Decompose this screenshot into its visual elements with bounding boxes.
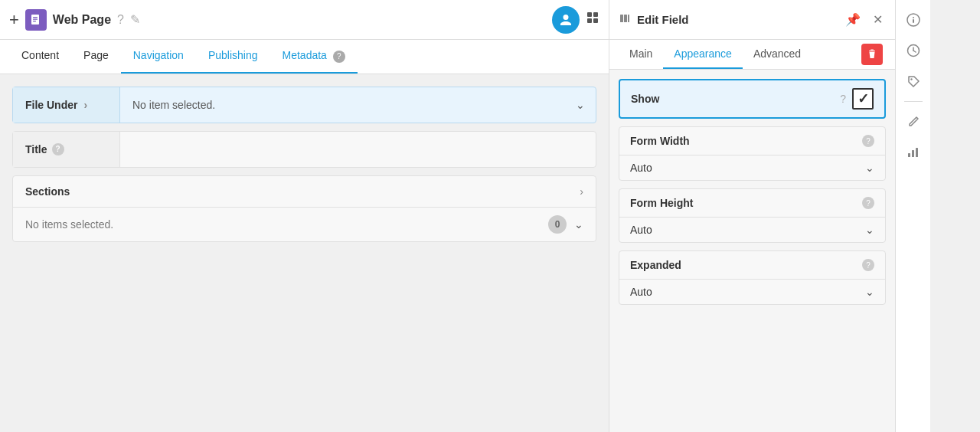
svg-rect-4	[587, 12, 592, 17]
delete-button[interactable]	[861, 44, 883, 65]
expanded-arrow-icon: ⌄	[865, 286, 874, 298]
file-under-dropdown-button[interactable]: ⌄	[565, 99, 596, 111]
far-right-panel	[895, 0, 930, 432]
content-area: File Under › No item selected. ⌄ Title ?…	[0, 74, 609, 433]
show-help-icon[interactable]: ?	[840, 93, 846, 105]
svg-rect-1	[33, 17, 38, 18]
file-under-chevron-icon: ›	[83, 99, 87, 111]
expanded-title: Expanded	[630, 259, 681, 271]
expanded-block: Expanded ? Auto ⌄	[619, 250, 886, 305]
main-tabs: Content Page Navigation Publishing Metad…	[0, 40, 609, 74]
show-label: Show	[631, 93, 834, 105]
form-width-title: Form Width	[630, 135, 690, 147]
form-width-value: Auto	[630, 162, 859, 174]
form-width-select[interactable]: Auto ⌄	[619, 155, 885, 180]
title-text: Title	[25, 143, 47, 155]
expanded-header: Expanded ?	[619, 251, 885, 280]
form-width-header: Form Width ?	[619, 127, 885, 155]
svg-rect-20	[908, 153, 910, 157]
tab-content[interactable]: Content	[9, 40, 71, 74]
title-help-icon[interactable]: ?	[52, 143, 64, 155]
tab-publishing[interactable]: Publishing	[196, 40, 270, 74]
expanded-value: Auto	[630, 286, 859, 298]
edit-field-panel: Edit Field 📌 ✕ Main Appearance Advanced …	[609, 0, 895, 432]
svg-rect-9	[624, 15, 627, 22]
edit-field-header: Edit Field 📌 ✕	[609, 0, 895, 40]
svg-rect-7	[593, 18, 598, 23]
tab-main[interactable]: Main	[619, 40, 663, 69]
svg-rect-11	[869, 51, 875, 51]
clock-icon[interactable]	[900, 37, 927, 64]
svg-rect-8	[620, 15, 623, 22]
expanded-help-icon[interactable]: ?	[862, 259, 874, 271]
tab-metadata[interactable]: Metadata ?	[270, 40, 358, 74]
sections-chevron-icon[interactable]: ›	[580, 185, 583, 198]
file-under-label: File Under ›	[13, 87, 120, 123]
form-height-select[interactable]: Auto ⌄	[619, 218, 885, 242]
file-under-row: File Under › No item selected. ⌄	[12, 87, 596, 123]
edit-field-title: Edit Field	[637, 13, 836, 26]
show-row: Show ? ✓	[619, 79, 886, 119]
svg-point-19	[910, 78, 912, 80]
svg-rect-22	[916, 148, 918, 157]
edit-field-tabs: Main Appearance Advanced	[609, 40, 895, 70]
title-label: Title ?	[13, 132, 120, 167]
help-icon[interactable]: ?	[117, 13, 124, 27]
top-bar: + Web Page ? ✎	[0, 0, 609, 40]
edit-icon[interactable]: ✎	[130, 12, 140, 27]
svg-rect-12	[871, 50, 874, 51]
file-under-text: File Under	[25, 99, 77, 111]
page-icon	[25, 9, 47, 31]
sections-block: Sections › No items selected. 0 ⌄	[12, 175, 596, 242]
svg-rect-21	[912, 150, 914, 157]
show-checkbox[interactable]: ✓	[852, 88, 874, 110]
file-under-value: No item selected.	[120, 99, 565, 111]
tab-appearance[interactable]: Appearance	[663, 40, 743, 69]
title-input[interactable]	[120, 143, 596, 155]
chart-icon[interactable]	[900, 139, 927, 166]
form-height-value: Auto	[630, 224, 859, 236]
grid-icon[interactable]	[586, 11, 599, 28]
svg-rect-10	[628, 15, 629, 22]
tab-advanced[interactable]: Advanced	[743, 40, 812, 69]
sections-dropdown-button[interactable]: ⌄	[574, 218, 583, 231]
edit-field-header-icon	[619, 12, 631, 28]
form-height-help-icon[interactable]: ?	[862, 197, 874, 209]
tab-page[interactable]: Page	[71, 40, 121, 74]
form-height-title: Form Height	[630, 197, 693, 209]
form-height-block: Form Height ? Auto ⌄	[619, 188, 886, 243]
sections-count-badge: 0	[548, 215, 567, 234]
info-icon[interactable]	[900, 6, 927, 34]
icon-divider	[904, 101, 923, 102]
tag-icon[interactable]	[900, 67, 927, 95]
form-height-header: Form Height ?	[619, 189, 885, 218]
form-height-arrow-icon: ⌄	[865, 224, 874, 236]
svg-line-18	[913, 51, 916, 52]
svg-rect-5	[593, 12, 598, 17]
svg-point-14	[913, 17, 914, 18]
metadata-help-icon[interactable]: ?	[333, 51, 345, 63]
close-icon[interactable]: ✕	[870, 9, 886, 30]
avatar-button[interactable]	[552, 6, 580, 34]
form-width-block: Form Width ? Auto ⌄	[619, 126, 886, 181]
svg-rect-15	[913, 19, 914, 23]
svg-rect-3	[33, 21, 36, 21]
svg-rect-2	[33, 18, 38, 19]
add-button[interactable]: +	[9, 10, 19, 30]
sections-title: Sections	[25, 185, 70, 198]
form-width-arrow-icon: ⌄	[865, 162, 874, 174]
pin-icon[interactable]: 📌	[842, 9, 864, 30]
edit-field-content: Show ? ✓ Form Width ? Auto ⌄ Form Height	[609, 70, 895, 432]
sections-body: No items selected. 0 ⌄	[13, 208, 596, 241]
page-title: Web Page	[53, 13, 111, 27]
sections-header: Sections ›	[13, 176, 596, 208]
expanded-select[interactable]: Auto ⌄	[619, 280, 885, 304]
form-width-help-icon[interactable]: ?	[862, 135, 874, 147]
pencil-icon[interactable]	[900, 108, 927, 136]
right-panel: Edit Field 📌 ✕ Main Appearance Advanced …	[609, 0, 930, 432]
sections-value: No items selected.	[25, 218, 541, 231]
svg-rect-6	[587, 18, 592, 23]
tab-navigation[interactable]: Navigation	[121, 40, 196, 74]
title-row: Title ?	[12, 131, 596, 168]
